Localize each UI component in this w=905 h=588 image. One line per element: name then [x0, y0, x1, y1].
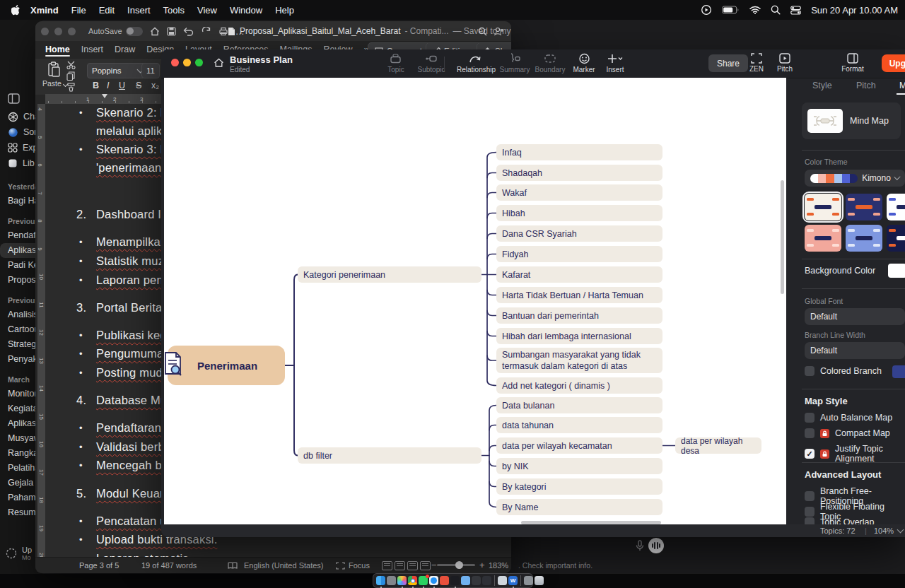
- subtopic[interactable]: Fidyah: [496, 246, 662, 262]
- tab-home[interactable]: Home: [40, 45, 76, 54]
- wifi-icon[interactable]: [749, 6, 761, 14]
- subtopic[interactable]: by NIK: [496, 458, 662, 474]
- panel-tab-map[interactable]: Map: [899, 81, 905, 90]
- checkbox[interactable]: [805, 428, 814, 438]
- share-contact-icon[interactable]: [494, 27, 504, 36]
- branch-width-select[interactable]: Default: [805, 342, 905, 359]
- upgrade-plan-item[interactable]: Up Mo: [6, 546, 32, 561]
- checkbox[interactable]: [805, 507, 814, 517]
- theme-thumbnail[interactable]: [846, 194, 882, 220]
- microphone-icon[interactable]: [634, 539, 646, 552]
- vertical-scrollbar[interactable]: [781, 180, 784, 294]
- panel-tab-style[interactable]: Style: [812, 81, 832, 90]
- panel-tab-pitch[interactable]: Pitch: [856, 81, 876, 90]
- subtopic[interactable]: Infaq: [496, 144, 662, 160]
- zoom-button[interactable]: [195, 59, 203, 66]
- zoom-button[interactable]: [68, 28, 76, 35]
- subtopic[interactable]: Sumbangan masyarakat yang tidak termasuk…: [496, 348, 662, 373]
- apple-logo-icon[interactable]: [11, 5, 21, 16]
- structure-card[interactable]: Mind Map: [802, 102, 901, 139]
- read-mode-icon[interactable]: [382, 561, 392, 570]
- active-app-name[interactable]: Xmind: [30, 5, 59, 16]
- dock-notes-icon[interactable]: [472, 576, 481, 585]
- format-strikethrough-button[interactable]: S: [136, 81, 141, 90]
- dock-trash-icon[interactable]: [535, 576, 544, 585]
- background-color-swatch[interactable]: [888, 264, 905, 278]
- subtopic[interactable]: By kategori: [496, 478, 662, 495]
- format-italic-button[interactable]: I: [107, 81, 109, 90]
- home-icon[interactable]: [214, 58, 224, 68]
- dock-photos-icon[interactable]: [397, 576, 407, 585]
- subtopic[interactable]: Wakaf: [496, 184, 662, 201]
- paste-button[interactable]: Paste: [42, 61, 67, 88]
- format-panel-button[interactable]: Format: [834, 53, 871, 73]
- checkbox[interactable]: [805, 413, 814, 423]
- color-theme-select[interactable]: Kimono: [805, 170, 905, 187]
- search-icon[interactable]: [478, 27, 487, 36]
- close-button[interactable]: [41, 28, 49, 35]
- format-bold-button[interactable]: B: [93, 81, 99, 90]
- menu-window[interactable]: Window: [230, 5, 262, 16]
- subtopic[interactable]: data tahunan: [496, 417, 662, 433]
- dock-downloads-icon[interactable]: [524, 576, 533, 585]
- home-icon[interactable]: [150, 27, 160, 36]
- subtopic[interactable]: By Name: [496, 499, 662, 515]
- word-count[interactable]: 19 of 487 words: [141, 561, 197, 570]
- dock-preview-icon[interactable]: [498, 576, 507, 585]
- language-indicator[interactable]: English (United States): [244, 561, 324, 570]
- battery-icon[interactable]: [722, 6, 740, 14]
- autosave-toggle[interactable]: [126, 27, 143, 36]
- print-icon[interactable]: [218, 27, 228, 36]
- font-size-select[interactable]: 11: [141, 63, 160, 78]
- proofing-icon[interactable]: [228, 562, 238, 570]
- format-underline-button[interactable]: U: [119, 81, 125, 90]
- global-font-select[interactable]: Default: [805, 308, 905, 325]
- zoom-in-button[interactable]: +: [479, 560, 485, 570]
- cut-icon[interactable]: [66, 61, 76, 69]
- autosave-control[interactable]: AutoSave: [88, 27, 143, 36]
- relationship-tool-button[interactable]: Relationship: [457, 53, 494, 74]
- subtopic[interactable]: data per wilayah kecamatan: [496, 437, 662, 454]
- dock-word-icon[interactable]: W: [508, 576, 518, 585]
- option-auto-balance-map[interactable]: Auto Balance Map: [805, 413, 892, 423]
- voice-mode-button[interactable]: [648, 538, 664, 553]
- web-layout-icon[interactable]: [407, 561, 418, 570]
- subtopic[interactable]: Bantuan dari pemerintah: [496, 307, 662, 324]
- subtopic[interactable]: Hibah dari lembaga internasional: [496, 328, 662, 344]
- close-button[interactable]: [171, 59, 179, 66]
- dock-keynote-icon[interactable]: [440, 576, 449, 585]
- copy-icon[interactable]: [66, 71, 75, 81]
- central-topic[interactable]: Penerimaan: [168, 346, 285, 385]
- sidebar-toggle-icon[interactable]: [8, 93, 20, 104]
- colored-branch-checkbox[interactable]: [805, 366, 814, 376]
- zoom-slider[interactable]: [437, 564, 475, 566]
- print-layout-icon[interactable]: [395, 561, 405, 570]
- checkbox[interactable]: [805, 491, 814, 501]
- focus-button[interactable]: Focus: [349, 561, 370, 570]
- font-select[interactable]: Poppins: [87, 63, 148, 78]
- upgrade-button[interactable]: Upgrade: [882, 54, 905, 72]
- control-center-icon[interactable]: [790, 6, 801, 15]
- screen-record-icon[interactable]: [701, 4, 712, 16]
- subtopic[interactable]: Add net kategori ( dinamis ): [496, 377, 662, 394]
- dock-safari-icon[interactable]: [429, 576, 438, 585]
- topic-kategori-penerimaan[interactable]: Kategori penerimaan: [298, 266, 481, 283]
- option-compact-map[interactable]: Compact Map: [805, 428, 890, 438]
- tab-draw[interactable]: Draw: [109, 45, 141, 54]
- mindmap-canvas[interactable]: Penerimaan Kategori penerimaandb filterI…: [164, 78, 786, 527]
- subtopic[interactable]: Kafarat: [496, 266, 662, 283]
- colored-branch-swatch[interactable]: [892, 365, 905, 378]
- zoom-slider-thumb[interactable]: [455, 561, 463, 569]
- canvas-zoom-level[interactable]: 104%: [874, 527, 894, 535]
- theme-thumbnail[interactable]: [887, 225, 905, 252]
- save-icon[interactable]: [167, 27, 176, 36]
- subtopic[interactable]: Hibah: [496, 205, 662, 221]
- menu-tools[interactable]: Tools: [163, 5, 185, 16]
- dock-whatsapp-icon[interactable]: [419, 576, 428, 585]
- redo-icon[interactable]: [202, 27, 211, 36]
- zoom-out-button[interactable]: −: [431, 560, 437, 570]
- subtopic[interactable]: Shadaqah: [496, 165, 662, 181]
- undo-icon[interactable]: [183, 27, 194, 36]
- dock-xmind-icon[interactable]: [450, 576, 460, 585]
- spotlight-icon[interactable]: [771, 5, 781, 15]
